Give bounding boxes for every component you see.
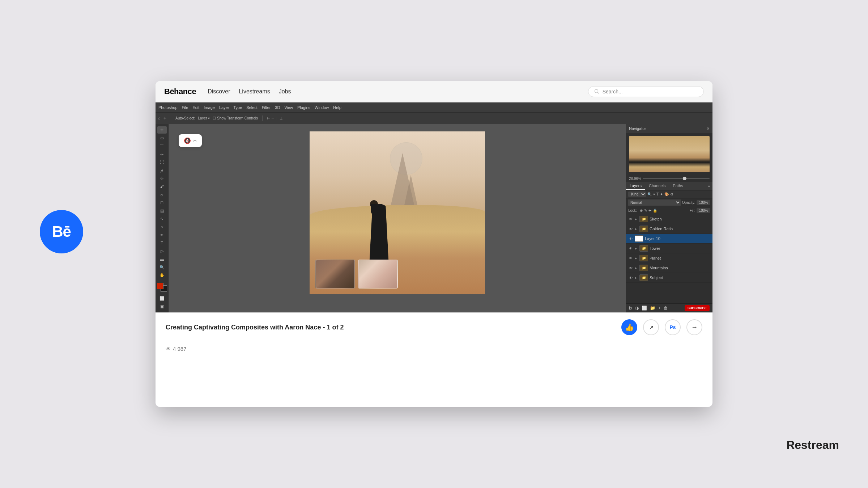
mute-button[interactable]: 🔇 ✂ [179,134,202,147]
ps-menu-type[interactable]: Type [233,105,242,110]
layer-expand-mountains[interactable] [635,266,638,270]
layer-planet[interactable]: 👁 📁 Planet [626,253,712,263]
ps-tool-zoom[interactable]: 🔍 [157,264,167,271]
layer-eye-golden[interactable]: 👁 [628,226,633,231]
ps-delete-icon[interactable]: 🗑 [664,306,668,311]
behance-logo[interactable]: Bēhance [164,87,196,96]
share-button[interactable]: ↗ [643,319,659,335]
layers-filter-icon[interactable]: 🔍 [647,192,652,196]
ps-tool-hand[interactable]: ✋ [157,272,167,279]
lock-art-icon[interactable]: ✎ [644,209,647,213]
layer-expand-golden[interactable] [635,227,638,231]
next-button[interactable]: → [686,319,702,335]
ps-button[interactable]: Ps [665,319,681,335]
ps-quick-mask[interactable]: ⬜ [157,295,167,302]
nav-jobs[interactable]: Jobs [279,88,291,95]
ps-home-icon[interactable]: ⌂ [158,116,161,120]
ps-tool-crop[interactable]: ⛶ [157,159,167,166]
layer-subject[interactable]: 👁 📁 Subject [626,273,712,283]
ps-color-swatches[interactable] [157,283,167,292]
ps-tool-stamp[interactable]: ⎋ [157,191,167,198]
ps-menu-select[interactable]: Select [246,105,258,110]
ps-menu-file[interactable]: File [182,105,188,110]
ps-tool-wand[interactable]: ⊹ [157,151,167,158]
layer-eye-sketch[interactable]: 👁 [628,216,633,222]
lock-all-icon[interactable]: 🔒 [653,209,657,213]
ps-tool-path[interactable]: ▷ [157,247,167,254]
ps-tool-dodge[interactable]: ○ [157,223,167,231]
lock-pos-icon[interactable]: ⊕ [640,209,643,213]
ps-menu-edit[interactable]: Edit [192,105,199,110]
layer-golden-ratio[interactable]: 👁 📁 Golden Ratio [626,224,712,234]
ps-mask-icon[interactable]: ⬜ [642,306,647,311]
navigator-close[interactable]: × [707,126,710,131]
ps-canvas-area: 🔇 ✂ [169,124,626,312]
ps-tool-shape[interactable]: ▬ [157,256,167,263]
ps-fg-color[interactable] [157,283,163,289]
layer-layer10[interactable]: 👁 Layer 10 [626,234,712,244]
layers-tool-2[interactable]: T [656,192,659,196]
ps-menu-filter[interactable]: Filter [262,105,271,110]
navigator-zoom-slider[interactable] [643,178,710,179]
ps-menu-help[interactable]: Help [333,105,341,110]
ps-tool-heal[interactable]: ✣ [157,175,167,182]
layer-eye-mountains[interactable]: 👁 [628,265,633,270]
layer-eye-layer10[interactable]: 👁 [628,236,633,241]
ps-layer-dropdown[interactable]: Layer ▾ [198,116,210,120]
layers-tool-1[interactable]: ▾ [653,192,655,196]
ps-menu-window[interactable]: Window [315,105,329,110]
behance-badge[interactable]: Bē [40,210,83,253]
ps-tool-move[interactable]: ✛ [157,126,167,134]
ps-tool-eyedropper[interactable]: 𝓅 [157,167,167,174]
tab-layers[interactable]: Layers [626,182,645,190]
layer-expand-tower[interactable] [635,247,638,250]
ps-tool-eraser[interactable]: ◻ [157,199,167,206]
ps-menu-photoshop[interactable]: Photoshop [158,105,178,110]
layer-expand-sketch[interactable] [635,217,638,221]
ps-menu-image[interactable]: Image [204,105,215,110]
nav-discover[interactable]: Discover [208,88,230,95]
tab-paths[interactable]: Paths [669,182,687,190]
ps-menu-layer[interactable]: Layer [219,105,229,110]
youtube-subscribe-button[interactable]: SUBSCRIBE [685,305,710,311]
layer-expand-planet[interactable] [635,256,638,260]
layers-tool-4[interactable]: 🎨 [664,192,669,196]
ps-tool-blur[interactable]: ∿ [157,215,167,222]
nav-livestreams[interactable]: Livestreams [239,88,270,95]
tab-channels[interactable]: Channels [645,182,669,190]
layers-tool-3[interactable]: ✦ [660,192,663,196]
ps-tool-select[interactable]: ▭ [157,134,167,142]
ps-adjustment-icon[interactable]: ◑ [635,306,639,311]
ps-tool-gradient[interactable]: ▤ [157,207,167,214]
layer-eye-planet[interactable]: 👁 [628,256,633,261]
ps-tool-type[interactable]: T [157,239,167,247]
layers-tool-5[interactable]: ⚙ [670,192,673,196]
like-button[interactable]: 👍 [621,319,637,335]
fill-value[interactable]: 100% [697,208,710,213]
layer-mountains[interactable]: 👁 📁 Mountains [626,263,712,273]
blend-mode-select[interactable]: Normal [628,199,681,206]
layers-kind-select[interactable]: Kind [628,192,646,197]
ps-move-icon[interactable]: ✛ [163,116,166,120]
search-input[interactable] [603,89,698,94]
ps-menu-plugins[interactable]: Plugins [297,105,310,110]
ps-menu-view[interactable]: View [284,105,293,110]
layer-eye-subject[interactable]: 👁 [628,275,633,280]
ps-menu-3d[interactable]: 3D [275,105,280,110]
layer-tower[interactable]: 👁 📁 Tower [626,244,712,253]
layer-sketch[interactable]: 👁 📁 Sketch [626,214,712,224]
layers-panel-menu[interactable]: ≡ [706,182,712,190]
layer-eye-tower[interactable]: 👁 [628,246,633,251]
ps-new-layer-icon[interactable]: + [658,306,661,311]
opacity-value[interactable]: 100% [697,200,710,205]
layer-expand-subject[interactable] [635,276,638,279]
ps-tool-brush[interactable]: 🖌 [157,183,167,190]
ps-tool-pen[interactable]: ✒ [157,231,167,239]
ps-group-icon[interactable]: 📁 [650,306,655,311]
ps-tool-lasso[interactable]: ⌒ [157,143,167,150]
search-bar[interactable] [588,86,704,97]
ps-transform-checkbox[interactable]: ☐ Show Transform Controls [213,116,258,120]
ps-screen-mode[interactable]: ▣ [157,303,167,310]
lock-move-icon[interactable]: ✛ [648,209,651,213]
ps-fx-icon[interactable]: fx [629,306,632,311]
